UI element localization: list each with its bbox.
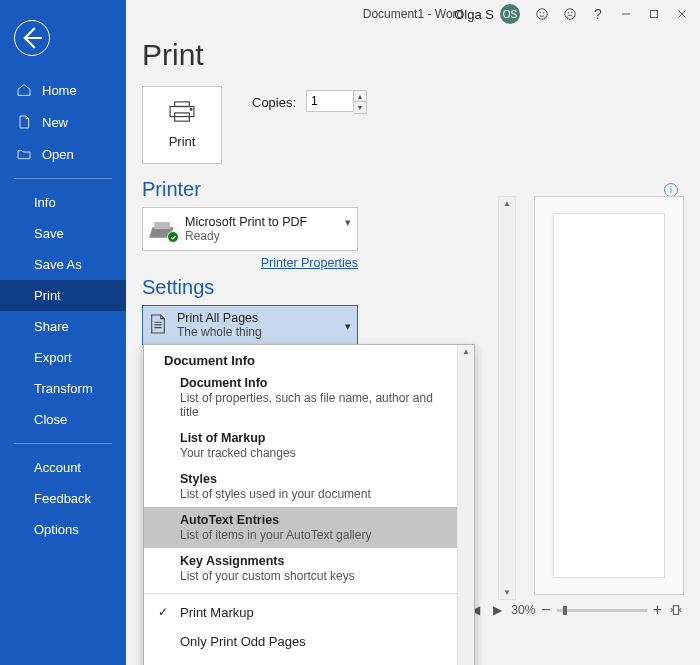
sidebar-item-label: New <box>42 115 68 130</box>
zoom-slider[interactable] <box>557 609 647 612</box>
sidebar-item-label: Print <box>34 288 61 303</box>
printer-icon <box>167 101 197 126</box>
print-what-dropdown[interactable]: Print All Pages The whole thing ▾ <box>142 305 358 345</box>
zoom-controls: ◀ ▶ 30% − + <box>467 601 684 619</box>
print-what-line2: The whole thing <box>177 325 262 339</box>
sidebar-separator <box>14 178 112 179</box>
menu-item-styles[interactable]: Styles List of styles used in your docum… <box>144 466 457 507</box>
settings-scrollbar[interactable]: ▲ ▼ <box>498 196 516 600</box>
sidebar-item-export[interactable]: Export <box>0 342 126 373</box>
zoom-slider-thumb[interactable] <box>563 606 567 615</box>
print-button-label: Print <box>169 134 196 149</box>
sidebar-separator <box>14 443 112 444</box>
page-title: Print <box>142 38 684 72</box>
sidebar-item-save[interactable]: Save <box>0 218 126 249</box>
scroll-down-icon[interactable]: ▼ <box>501 586 513 599</box>
sidebar-item-options[interactable]: Options <box>0 514 126 545</box>
sidebar-item-label: Account <box>34 460 81 475</box>
zoom-out-button[interactable]: − <box>541 601 550 619</box>
back-button[interactable] <box>14 20 50 56</box>
sidebar-item-label: Open <box>42 147 74 162</box>
sidebar-item-open[interactable]: Open <box>0 138 126 170</box>
menu-item-title: Key Assignments <box>180 554 443 568</box>
chevron-down-icon: ▾ <box>345 216 351 229</box>
menu-item-title: AutoText Entries <box>180 513 443 527</box>
menu-item-title: Styles <box>180 472 443 486</box>
printer-name: Microsoft Print to PDF <box>185 215 307 229</box>
menu-item-title: Document Info <box>180 376 443 390</box>
menu-item-title: List of Markup <box>180 431 443 445</box>
sidebar-item-label: Home <box>42 83 77 98</box>
menu-option-odd-pages[interactable]: Only Print Odd Pages <box>144 627 457 656</box>
svg-rect-7 <box>175 102 190 107</box>
sidebar-item-label: Info <box>34 195 56 210</box>
print-what-line1: Print All Pages <box>177 311 262 325</box>
menu-item-subtitle: List of items in your AutoText gallery <box>180 528 443 542</box>
print-button[interactable]: Print <box>142 86 222 164</box>
svg-rect-12 <box>673 606 678 615</box>
window-title: Document1 - Word <box>126 7 700 21</box>
zoom-in-button[interactable]: + <box>653 601 662 619</box>
menu-item-subtitle: Your tracked changes <box>180 446 443 460</box>
printer-dropdown[interactable]: Microsoft Print to PDF Ready ▾ <box>142 207 358 251</box>
sidebar-item-label: Feedback <box>34 491 91 506</box>
sidebar-item-info[interactable]: Info <box>0 187 126 218</box>
sidebar-item-label: Transform <box>34 381 93 396</box>
backstage-sidebar: Home New Open Info Save Save As Print Sh… <box>0 0 126 665</box>
menu-item-subtitle: List of properties, such as file name, a… <box>180 391 443 419</box>
print-preview <box>534 196 684 595</box>
printer-properties-link[interactable]: Printer Properties <box>261 256 358 270</box>
printer-device-icon <box>149 217 177 241</box>
menu-group-header: Document Info <box>144 349 457 370</box>
sidebar-item-label: Options <box>34 522 79 537</box>
new-doc-icon <box>16 114 32 130</box>
copies-input[interactable] <box>306 90 354 112</box>
next-page-icon[interactable]: ▶ <box>489 602 505 618</box>
menu-item-document-info[interactable]: Document Info List of properties, such a… <box>144 370 457 425</box>
menu-option-label: Only Print Odd Pages <box>180 634 306 649</box>
sidebar-item-share[interactable]: Share <box>0 311 126 342</box>
sidebar-item-label: Save <box>34 226 64 241</box>
sidebar-item-label: Close <box>34 412 67 427</box>
sidebar-item-home[interactable]: Home <box>0 74 126 106</box>
settings-section-header: Settings <box>142 276 214 299</box>
document-icon <box>149 313 167 338</box>
menu-item-key-assignments[interactable]: Key Assignments List of your custom shor… <box>144 548 457 589</box>
titlebar: Document1 - Word Olga S OS ? <box>126 0 700 28</box>
chevron-down-icon: ▾ <box>345 320 351 333</box>
scroll-up-icon[interactable]: ▲ <box>460 345 472 358</box>
svg-point-10 <box>190 108 192 110</box>
menu-option-even-pages[interactable]: Only Print Even Pages <box>144 656 457 665</box>
sidebar-item-new[interactable]: New <box>0 106 126 138</box>
open-folder-icon <box>16 146 32 162</box>
sidebar-item-feedback[interactable]: Feedback <box>0 483 126 514</box>
sidebar-item-save-as[interactable]: Save As <box>0 249 126 280</box>
menu-item-autotext-entries[interactable]: AutoText Entries List of items in your A… <box>144 507 457 548</box>
preview-page <box>553 213 665 578</box>
fit-page-icon[interactable] <box>668 602 684 618</box>
sidebar-item-account[interactable]: Account <box>0 452 126 483</box>
sidebar-item-label: Export <box>34 350 72 365</box>
spin-up-icon[interactable]: ▲ <box>354 91 366 102</box>
menu-item-list-of-markup[interactable]: List of Markup Your tracked changes <box>144 425 457 466</box>
sidebar-item-close[interactable]: Close <box>0 404 126 435</box>
sidebar-item-print[interactable]: Print <box>0 280 126 311</box>
menu-item-subtitle: List of your custom shortcut keys <box>180 569 443 583</box>
printer-section-header: Printer <box>142 178 201 201</box>
printer-status: Ready <box>185 229 307 243</box>
printer-info-icon[interactable]: i <box>664 183 678 197</box>
printer-ready-checkmark-icon <box>167 231 179 243</box>
svg-rect-11 <box>154 222 170 229</box>
scroll-up-icon[interactable]: ▲ <box>501 197 513 210</box>
copies-label: Copies: <box>252 95 296 110</box>
sidebar-item-transform[interactable]: Transform <box>0 373 126 404</box>
menu-item-subtitle: List of styles used in your document <box>180 487 443 501</box>
copies-spinner[interactable]: ▲▼ <box>354 90 367 114</box>
print-what-menu: ▲ ▼ Document Info Document Info List of … <box>143 344 475 665</box>
sidebar-item-label: Save As <box>34 257 82 272</box>
menu-option-print-markup[interactable]: Print Markup <box>144 598 457 627</box>
home-icon <box>16 82 32 98</box>
menu-scrollbar[interactable]: ▲ ▼ <box>457 345 474 665</box>
menu-option-label: Print Markup <box>180 605 254 620</box>
spin-down-icon[interactable]: ▼ <box>354 102 366 113</box>
